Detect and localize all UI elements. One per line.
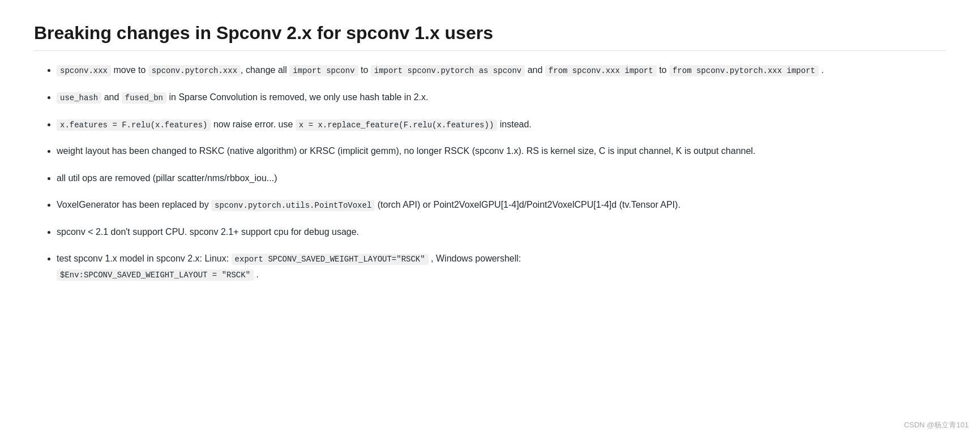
text-content: test spconv 1.x model in spconv 2.x: Lin…: [57, 254, 232, 263]
inline-code: import spconv.pytorch as spconv: [371, 65, 525, 76]
text-content: to: [358, 65, 371, 75]
list-item: spconv.xxx move to spconv.pytorch.xxx, c…: [57, 62, 946, 78]
watermark: CSDN @杨立青101: [904, 420, 969, 430]
text-content: (torch API) or Point2VoxelGPU[1-4]d/Poin…: [375, 200, 681, 209]
text-content: and: [525, 65, 545, 75]
inline-code: spconv.pytorch.utils.PointToVoxel: [211, 200, 375, 211]
text-content: , change all: [241, 65, 289, 75]
text-content: spconv < 2.1 don't support CPU. spconv 2…: [57, 227, 359, 237]
text-content: move to: [111, 65, 148, 75]
list-item: spconv < 2.1 don't support CPU. spconv 2…: [57, 224, 946, 239]
list-item: all util ops are removed (pillar scatter…: [57, 170, 946, 186]
inline-code: export SPCONV_SAVED_WEIGHT_LAYOUT="RSCK": [232, 254, 429, 265]
text-content: all util ops are removed (pillar scatter…: [57, 173, 277, 183]
text-content: in Sparse Convolution is removed, we onl…: [166, 92, 428, 102]
inline-code: x.features = F.relu(x.features): [57, 119, 211, 131]
inline-code: from spconv.pytorch.xxx import: [669, 65, 819, 76]
text-content: .: [819, 65, 824, 75]
list-item: x.features = F.relu(x.features) now rais…: [57, 117, 946, 132]
page-title: Breaking changes in Spconv 2.x for spcon…: [34, 23, 946, 51]
inline-code: spconv.xxx: [57, 65, 111, 76]
list-item: VoxelGenerator has been replaced by spco…: [57, 197, 946, 213]
list-item: use_hash and fused_bn in Sparse Convolut…: [57, 89, 946, 105]
list-item: weight layout has been changed to RSKC (…: [57, 143, 946, 158]
text-content: , Windows powershell:: [429, 254, 521, 263]
inline-code: $Env:SPCONV_SAVED_WEIGHT_LAYOUT = "RSCK": [57, 269, 254, 281]
inline-code: x = x.replace_feature(F.relu(x.features)…: [296, 119, 497, 131]
inline-code: from spconv.xxx import: [545, 65, 657, 76]
list-item: test spconv 1.x model in spconv 2.x: Lin…: [57, 251, 946, 282]
text-content: instead.: [497, 119, 531, 129]
text-content: and: [101, 92, 122, 102]
text-content: VoxelGenerator has been replaced by: [57, 200, 211, 209]
inline-code: import spconv: [289, 65, 358, 76]
text-content: .: [254, 269, 259, 279]
text-content: to: [657, 65, 669, 75]
text-content: now raise error. use: [211, 119, 295, 129]
inline-code: spconv.pytorch.xxx: [148, 65, 241, 76]
inline-code: fused_bn: [122, 92, 166, 104]
text-content: weight layout has been changed to RSKC (…: [57, 146, 755, 156]
breaking-changes-list: spconv.xxx move to spconv.pytorch.xxx, c…: [34, 62, 946, 282]
inline-code: use_hash: [57, 92, 101, 104]
